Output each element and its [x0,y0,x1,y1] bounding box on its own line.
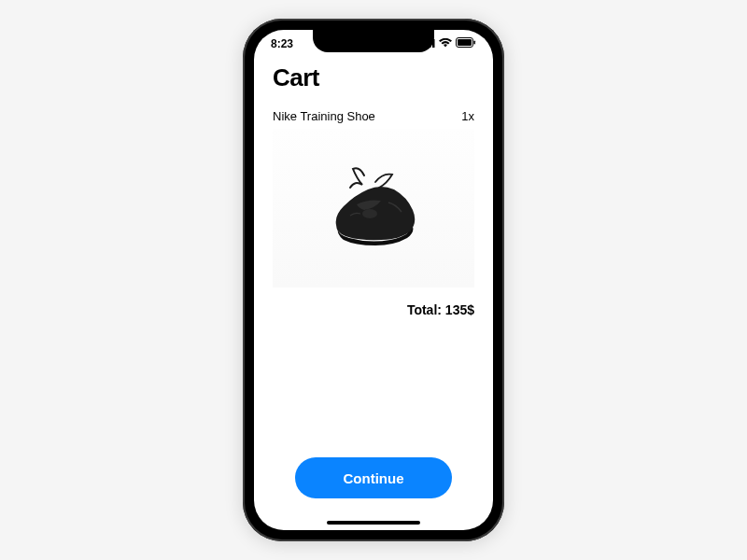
item-quantity: 1x [461,109,474,123]
spacer [273,317,474,457]
svg-rect-5 [458,39,472,46]
battery-icon [456,37,476,50]
continue-button[interactable]: Continue [295,457,452,498]
wifi-icon [439,37,452,50]
phone-notch [313,30,434,52]
continue-button-label: Continue [344,470,404,486]
product-image [273,129,474,287]
screen-content: Cart Nike Training Shoe 1x [254,58,493,530]
svg-point-7 [362,209,377,218]
shoe-graphic [308,161,439,255]
svg-rect-6 [474,41,476,45]
cart-item-row: Nike Training Shoe 1x [273,109,474,123]
item-name: Nike Training Shoe [273,109,375,123]
home-indicator[interactable] [327,521,420,525]
status-time: 8:23 [271,37,293,50]
phone-frame: 8:23 Cart Nike Training Shoe 1x [243,19,504,541]
phone-screen: 8:23 Cart Nike Training Shoe 1x [254,30,493,530]
total-label: Total: 135$ [273,302,474,317]
page-title: Cart [273,63,474,92]
